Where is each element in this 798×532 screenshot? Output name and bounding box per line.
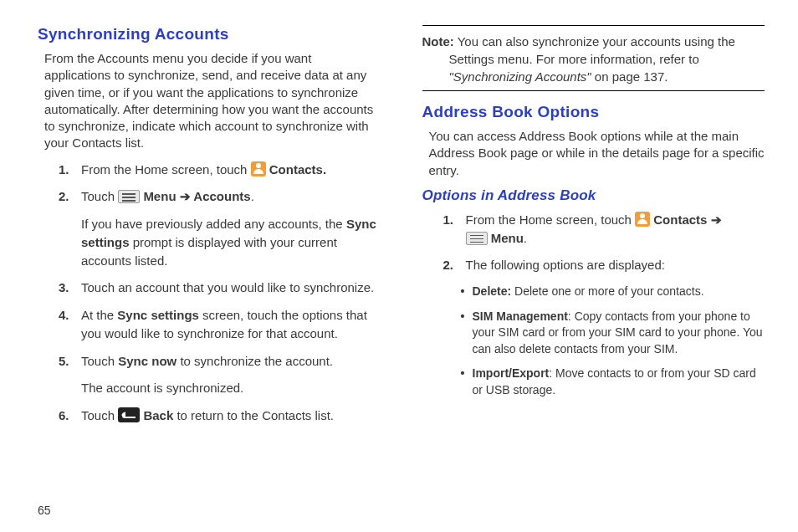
step-4: 4. At the Sync settings screen, touch th… — [38, 306, 381, 343]
step-5: 5. Touch Sync now to synchronize the acc… — [38, 352, 381, 371]
sync-steps-list: 1. From the Home screen, touch Contacts.… — [38, 161, 381, 207]
step-bold: Contacts. — [269, 162, 326, 176]
contacts-icon — [251, 161, 266, 176]
address-book-heading: Address Book Options — [422, 103, 765, 121]
left-column: Synchronizing Accounts From the Accounts… — [38, 25, 381, 515]
note-rule-bottom — [422, 90, 765, 91]
note-block: Note: You can also synchronize your acco… — [422, 33, 765, 85]
options-bullets: Delete: Delete one or more of your conta… — [422, 284, 765, 399]
step-text: Touch Sync now to synchronize the accoun… — [81, 354, 333, 368]
step-text: The following options are displayed: — [466, 258, 665, 272]
step-text: From the Home screen, touch — [81, 162, 251, 176]
page-number: 65 — [38, 504, 51, 517]
opt-step-2: 2. The following options are displayed: — [422, 256, 765, 274]
step-text: Touch — [81, 189, 118, 203]
step-2-extra: If you have previously added any account… — [38, 215, 381, 269]
options-sub-heading: Options in Address Book — [422, 187, 765, 204]
right-column: Note: You can also synchronize your acco… — [422, 25, 765, 515]
step-1: 1. From the Home screen, touch Contacts. — [38, 161, 381, 179]
step-text: Touch Back to return to the Contacts lis… — [81, 408, 334, 422]
bullet-delete: Delete: Delete one or more of your conta… — [463, 284, 765, 300]
menu-icon — [118, 190, 140, 203]
bullet-import: Import/Export: Move contacts to or from … — [463, 366, 765, 398]
sync-steps-list-end: 6. Touch Back to return to the Contacts … — [38, 407, 381, 425]
address-intro: You can access Address Book options whil… — [422, 128, 765, 179]
note-rule-top — [422, 25, 765, 26]
step-6: 6. Touch Back to return to the Contacts … — [38, 407, 381, 425]
step-bold: Menu ➔ Accounts — [143, 189, 250, 203]
options-steps-list: 1. From the Home screen, touch Contacts … — [422, 211, 765, 274]
bullet-sim: SIM Management: Copy contacts from your … — [463, 309, 765, 358]
step-text: From the Home screen, touch Contacts ➔ M… — [466, 212, 722, 245]
back-icon — [118, 407, 140, 422]
step-2: 2. Touch Menu ➔ Accounts. — [38, 187, 381, 206]
contacts-icon — [635, 212, 650, 227]
step-3: 3. Touch an account that you would like … — [38, 279, 381, 297]
sync-steps-list-cont: 3. Touch an account that you would like … — [38, 279, 381, 370]
sync-accounts-heading: Synchronizing Accounts — [38, 25, 381, 43]
opt-step-1: 1. From the Home screen, touch Contacts … — [422, 211, 765, 248]
step-text: Touch an account that you would like to … — [81, 280, 374, 294]
sync-intro: From the Accounts menu you decide if you… — [38, 50, 381, 152]
menu-icon — [466, 232, 488, 245]
step-text: At the Sync settings screen, touch the o… — [81, 308, 367, 340]
step-5-extra: The account is synchronized. — [38, 379, 381, 397]
